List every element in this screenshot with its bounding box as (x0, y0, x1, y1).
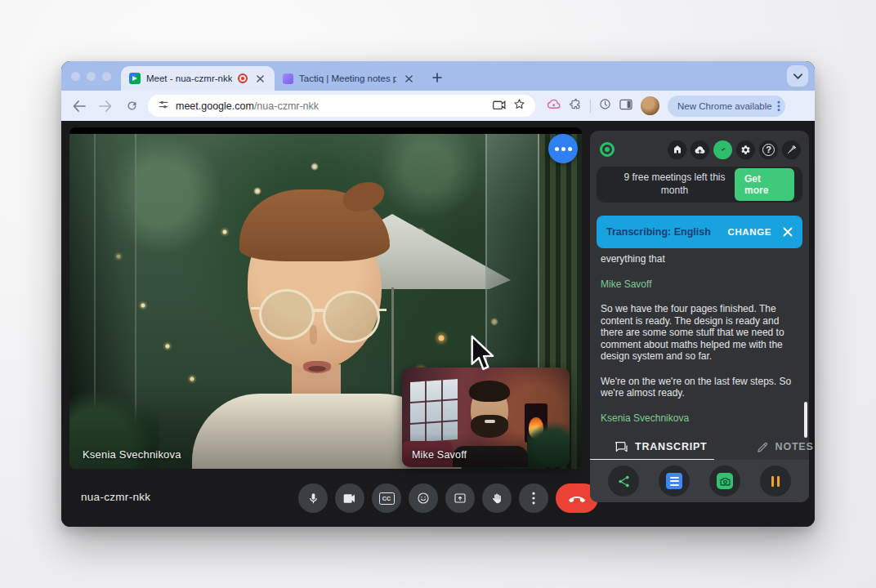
extensions-row: New Chrome available (547, 96, 785, 117)
chat-dot (568, 147, 572, 151)
tab-strip: Meet - nua-czmr-nkk Tactiq | Meeting not… (61, 61, 815, 91)
sidebar-tabs: TRANSCRIPT NOTES (590, 434, 809, 459)
tactiq-action-bar (590, 460, 809, 502)
transcript-chat-icon (615, 441, 628, 453)
cloud-upload-icon[interactable] (691, 140, 709, 159)
extensions-puzzle-icon[interactable] (569, 98, 582, 114)
camera-button[interactable] (335, 483, 364, 513)
tactiq-sidebar: ? 9 free meetings left this month Get mo… (590, 131, 809, 502)
tab-notes-label: NOTES (775, 441, 814, 452)
docs-icon (666, 473, 682, 489)
close-tab-icon[interactable] (253, 72, 266, 85)
close-banner-icon[interactable] (783, 227, 793, 237)
mouse-cursor (470, 335, 496, 376)
help-icon[interactable]: ? (759, 140, 778, 159)
meet-page: Ksenia Svechnikova Mike Savoff nu (61, 121, 815, 527)
camera-capture-icon (717, 473, 733, 489)
bookmark-star-icon[interactable] (513, 98, 525, 114)
maximize-window-button[interactable] (102, 72, 111, 81)
site-settings-icon[interactable] (158, 99, 169, 114)
url-host: meet.google.com (176, 100, 254, 112)
camera-in-use-icon[interactable] (493, 99, 507, 114)
tab-transcript-label: TRANSCRIPT (635, 441, 708, 452)
meet-control-bar: nua-czmr-nkk CC (61, 470, 590, 527)
close-window-button[interactable] (71, 72, 80, 81)
help-glyph: ? (762, 144, 775, 156)
transcript-text: everything that (601, 253, 793, 265)
close-tab-icon[interactable] (402, 72, 415, 85)
more-options-button[interactable] (519, 483, 548, 513)
share-button[interactable] (608, 466, 639, 497)
browser-toolbar: meet.google.com /nua-czmr-nkk (61, 91, 815, 121)
extension-circle-icon[interactable] (599, 98, 611, 114)
new-chrome-label: New Chrome available (677, 101, 772, 111)
call-controls: CC (298, 483, 598, 513)
reload-icon[interactable] (122, 96, 141, 116)
window-traffic-lights (61, 61, 121, 91)
google-docs-button[interactable] (659, 466, 690, 497)
transcript-text: We're on the we're on the last few steps… (601, 376, 793, 399)
captions-button[interactable]: CC (372, 483, 401, 513)
meeting-code: nua-czmr-nkk (81, 491, 150, 503)
present-screen-button[interactable] (445, 483, 475, 513)
get-more-button[interactable]: Get more (735, 168, 794, 201)
toolbar-divider (590, 100, 591, 113)
chat-dot (561, 147, 565, 151)
tactiq-extension-icon[interactable] (547, 99, 561, 114)
tab-tactiq[interactable]: Tactiq | Meeting notes powe (275, 66, 423, 91)
tab-meet-title: Meet - nua-czmr-nkk (146, 74, 232, 83)
cc-icon: CC (379, 492, 395, 505)
transcribing-banner: Transcribing: English CHANGE (597, 216, 802, 248)
settings-gear-icon[interactable] (736, 140, 755, 159)
tab-tactiq-title: Tactiq | Meeting notes powe (299, 74, 396, 83)
transcript-scrollbar[interactable] (804, 402, 807, 438)
profile-avatar[interactable] (641, 96, 659, 115)
browser-window: Meet - nua-czmr-nkk Tactiq | Meeting not… (61, 61, 815, 527)
screenshot-button[interactable] (709, 466, 740, 497)
quota-card: 9 free meetings left this month Get more (597, 167, 802, 203)
notes-pencil-icon (757, 441, 769, 453)
new-chrome-available-button[interactable]: New Chrome available (668, 96, 785, 117)
recording-indicator-icon (238, 74, 248, 83)
side-panel-icon[interactable] (619, 99, 632, 114)
raise-hand-button[interactable] (482, 483, 512, 513)
tactiq-favicon-icon (283, 74, 293, 84)
tab-notes[interactable]: NOTES (757, 441, 814, 453)
pip-video-tile[interactable]: Mike Savoff (402, 368, 570, 467)
meet-favicon-icon (129, 73, 141, 84)
pip-participant-name: Mike Savoff (412, 449, 467, 461)
browser-menu-kebab-icon[interactable] (777, 100, 780, 112)
chat-bubble-button[interactable] (548, 134, 578, 163)
quota-text: 9 free meetings left this month (615, 172, 735, 197)
popout-pin-icon[interactable] (782, 140, 801, 159)
tab-meet[interactable]: Meet - nua-czmr-nkk (121, 66, 275, 91)
forward-icon[interactable] (96, 96, 115, 116)
pause-transcription-button[interactable] (760, 466, 791, 497)
new-tab-button[interactable] (427, 67, 448, 88)
microphone-button[interactable] (298, 483, 328, 513)
transcript-speaker: Mike Savoff (601, 278, 793, 291)
change-language-button[interactable]: CHANGE (728, 227, 771, 237)
shield-check-icon (713, 140, 732, 159)
back-icon[interactable] (69, 96, 89, 116)
transcript-text: So we have the four pages finished. The … (601, 303, 793, 363)
address-bar[interactable]: meet.google.com /nua-czmr-nkk (148, 95, 535, 117)
transcript-list[interactable]: everything that Mike Savoff So we have t… (601, 253, 793, 431)
transcript-speaker: Ksenia Svechnikova (601, 412, 793, 425)
transcribing-status: Transcribing: English (606, 226, 711, 238)
reactions-button[interactable] (409, 483, 438, 513)
tab-search-chevron-icon[interactable] (787, 65, 808, 87)
minimize-window-button[interactable] (87, 72, 96, 81)
tactiq-header: ? (600, 139, 801, 160)
url-path: /nua-czmr-nkk (254, 100, 319, 112)
pause-icon (771, 476, 780, 487)
tactiq-logo-icon (600, 142, 615, 157)
chat-dot (555, 147, 559, 151)
main-participant-name: Ksenia Svechnikova (83, 448, 181, 461)
home-icon[interactable] (668, 140, 686, 159)
tab-transcript[interactable]: TRANSCRIPT (615, 441, 708, 453)
